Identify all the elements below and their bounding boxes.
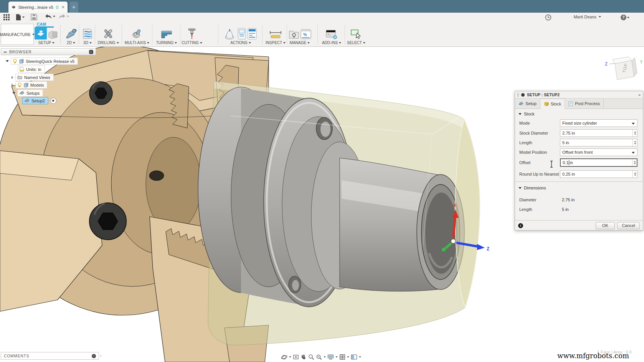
new-folder-setup-button[interactable] — [48, 30, 59, 39]
collapsed-triangle-icon[interactable] — [12, 76, 13, 79]
job-status-clock-icon[interactable] — [545, 14, 552, 21]
visibility-bulb-icon[interactable] — [13, 59, 17, 64]
browser-options-icon[interactable]: − — [89, 50, 93, 54]
round-up-input[interactable]: 0.25 in — [560, 170, 637, 178]
viewports-icon[interactable] — [351, 354, 357, 360]
length-input[interactable]: 5 in — [560, 139, 637, 146]
post-process-icon[interactable] — [225, 29, 236, 39]
zoom-icon[interactable] — [308, 354, 314, 360]
info-icon[interactable]: i — [518, 223, 523, 228]
browser-row-units[interactable]: Units: in — [18, 66, 45, 73]
model-position-dropdown[interactable]: Offset from front — [560, 148, 637, 156]
pan-hand-icon[interactable] — [301, 354, 307, 360]
view-cube[interactable]: Z Y TOP — [603, 54, 644, 86]
offset-input[interactable]: 0.1 in — [560, 158, 637, 167]
browser-row-root[interactable]: SteeringQuick Release v5 — [6, 58, 78, 65]
setup-active-indicator-icon[interactable] — [50, 98, 56, 104]
workspace-selector[interactable]: MANUFACTURE — [1, 24, 34, 45]
tab-setup[interactable]: Setup — [515, 99, 540, 109]
dimensions-section-header[interactable]: Dimensions — [519, 186, 546, 190]
multi-axis-menu[interactable]: MULTI-AXIS — [121, 41, 154, 45]
undo-button[interactable] — [45, 14, 55, 19]
app-grid-icon[interactable] — [3, 14, 10, 21]
display-dropdown-icon[interactable] — [335, 356, 337, 358]
close-tab-icon[interactable]: × — [61, 5, 64, 10]
cancel-button[interactable]: Cancel — [617, 222, 640, 229]
grid-layout-icon[interactable] — [339, 354, 345, 360]
browser-row-setup2[interactable]: Setup2 — [22, 97, 56, 104]
tab-stock[interactable]: Stock — [540, 99, 565, 109]
tool-library-icon[interactable] — [289, 29, 299, 39]
spinner-buttons[interactable] — [632, 139, 637, 146]
multi-axis-icon[interactable] — [131, 28, 143, 39]
collapse-browser-icon[interactable]: «« — [3, 50, 6, 54]
3d-menu[interactable]: 3D — [78, 41, 97, 45]
browser-row-named-views[interactable]: Named Views — [12, 74, 54, 81]
drilling-icon[interactable] — [102, 28, 114, 39]
browser-row-setups[interactable]: Setups — [12, 89, 43, 97]
document-tab[interactable]: Steering...lease v5 × — [8, 2, 68, 13]
expand-triangle-icon[interactable] — [6, 60, 9, 62]
orbit-icon[interactable] — [281, 354, 287, 360]
hex-socket-bolt — [89, 82, 112, 105]
document-cube-icon — [12, 5, 16, 10]
setup-sheet-icon[interactable] — [237, 28, 246, 39]
stock-section-header[interactable]: Stock — [519, 112, 535, 116]
new-setup-button[interactable] — [35, 27, 47, 39]
select-icon[interactable] — [350, 29, 362, 39]
display-settings-icon[interactable] — [327, 354, 334, 360]
help-menu[interactable]: ? — [621, 15, 629, 20]
context-tab-cam[interactable]: CAM — [37, 22, 46, 26]
manage-menu[interactable]: MANAGE — [287, 41, 312, 45]
dialog-expand-icon[interactable]: » — [638, 92, 641, 97]
spinner-buttons[interactable] — [632, 130, 637, 137]
save-button[interactable] — [31, 14, 37, 20]
select-menu[interactable]: SELECT — [344, 41, 368, 45]
comments-options-icon[interactable]: − — [92, 354, 96, 358]
look-at-icon[interactable] — [293, 354, 299, 360]
redo-button[interactable] — [58, 14, 69, 19]
file-menu-button[interactable] — [15, 14, 25, 21]
setup-menu[interactable]: SETUP — [32, 41, 61, 45]
drilling-menu[interactable]: DRILLING — [95, 41, 121, 45]
setup-dialog: SETUP : SETUP2 » Setup Stock — [515, 91, 643, 230]
actions-menu[interactable]: ACTIONS — [220, 41, 262, 45]
comments-expand-icon[interactable]: › — [100, 353, 102, 358]
2d-menu[interactable]: 2D — [61, 41, 81, 45]
comments-panel[interactable]: COMMENTS − — [1, 352, 99, 360]
3d-milling-icon[interactable] — [82, 28, 93, 39]
turning-menu[interactable]: TURNING — [153, 41, 180, 45]
browser-row-models[interactable]: Models — [12, 81, 47, 89]
add-ins-menu[interactable]: ADD-INS — [319, 41, 345, 45]
viewports-dropdown-icon[interactable] — [359, 356, 361, 358]
browser-panel-header[interactable]: «« BROWSER − — [1, 48, 96, 55]
collapsed-triangle-icon[interactable] — [12, 84, 13, 87]
drag-grip-icon[interactable] — [517, 93, 519, 97]
simulate-icon[interactable] — [248, 28, 257, 39]
grid-dropdown-icon[interactable] — [347, 356, 349, 358]
setup-dialog-titlebar[interactable]: SETUP : SETUP2 » — [515, 91, 643, 99]
new-tab-button[interactable]: + — [69, 2, 78, 13]
turning-icon[interactable] — [161, 30, 172, 39]
cutting-menu[interactable]: CUTTING — [179, 41, 205, 45]
measure-icon[interactable] — [269, 30, 282, 39]
tab-post-process[interactable]: Post Process — [565, 99, 604, 109]
inspect-menu[interactable]: INSPECT — [263, 41, 288, 45]
stock-diameter-input[interactable]: 2.75 in — [560, 129, 637, 137]
spinner-buttons[interactable] — [632, 171, 637, 178]
dialog-footer: i OK Cancel — [515, 220, 643, 230]
cutting-icon[interactable] — [187, 28, 197, 39]
visibility-bulb-icon[interactable] — [17, 82, 22, 88]
zoom-window-icon[interactable] — [316, 354, 322, 360]
2d-milling-icon[interactable] — [65, 28, 77, 39]
scripts-addins-icon[interactable]: >_ — [326, 30, 337, 39]
expand-triangle-icon[interactable] — [12, 92, 15, 94]
user-account-menu[interactable]: Marti Deans — [574, 15, 601, 19]
orbit-dropdown-icon[interactable] — [289, 356, 291, 358]
ok-button[interactable]: OK — [596, 222, 615, 229]
machining-defaults-icon[interactable]: % — [301, 29, 311, 39]
zoom-dropdown-icon[interactable] — [324, 356, 325, 358]
mode-dropdown[interactable]: Fixed size cylinder — [560, 119, 637, 127]
length-label: Length — [519, 140, 532, 145]
spinner-buttons[interactable] — [632, 159, 637, 166]
